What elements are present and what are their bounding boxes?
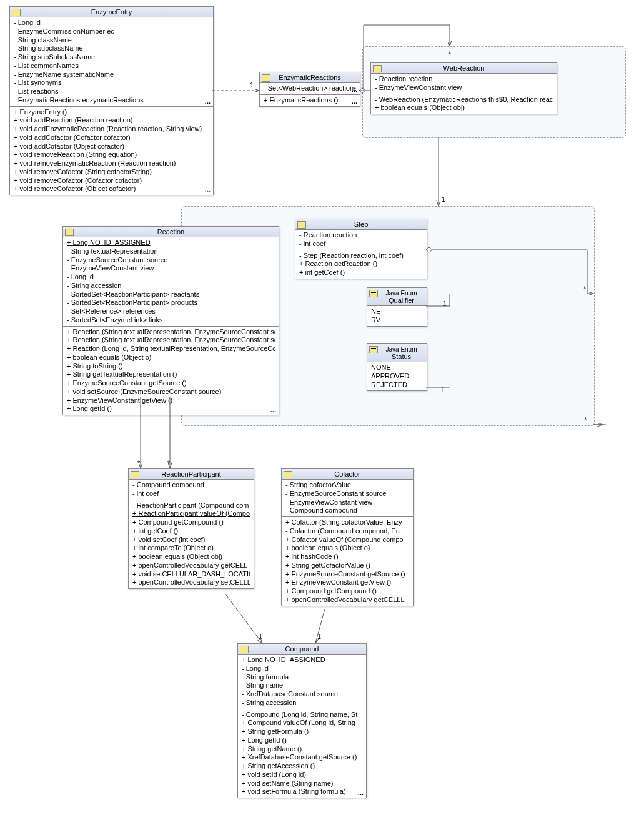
class-cofactor[interactable]: Cofactor - String cofactorValue - Enzyme… — [281, 468, 414, 606]
mult-label: 1 — [250, 81, 254, 89]
class-name: EnzymaticReactions — [279, 74, 341, 81]
class-icon — [65, 229, 74, 236]
ellipsis-icon: ... — [358, 789, 364, 798]
mult-label: 1 — [442, 195, 445, 203]
ops-section: + EnzymeEntry () + void addReaction (Rea… — [10, 107, 213, 195]
mult-label: * — [448, 50, 451, 57]
enum-qualifier[interactable]: ≔ Java Enum Qualifier NE RV — [367, 287, 427, 327]
enum-icon: ≔ — [369, 346, 378, 353]
class-icon — [373, 65, 382, 72]
mult-label: * — [137, 459, 140, 467]
class-compound[interactable]: Compound + Long NO_ID_ASSIGNED - Long id… — [237, 643, 367, 798]
attrs-section: - Long id - EnzymeCommissionNumber ec - … — [10, 17, 213, 107]
mult-label: 1 — [317, 633, 321, 640]
class-icon — [262, 74, 270, 82]
mult-label: 1 — [441, 386, 445, 393]
class-icon — [297, 221, 306, 229]
enum-icon: ≔ — [369, 290, 378, 297]
class-name: Status — [392, 353, 411, 360]
enum-status[interactable]: ≔ Java Enum Status NONE APPROVED REJECTE… — [367, 343, 427, 391]
class-name: EnzymeEntry — [91, 8, 132, 16]
class-name: ReactionParticipant — [161, 470, 220, 478]
class-name: Qualifier — [389, 297, 414, 304]
class-enzymeentry[interactable]: EnzymeEntry - Long id - EnzymeCommission… — [9, 6, 214, 195]
class-name: WebReaction — [443, 64, 485, 72]
mult-label: * — [584, 416, 587, 423]
ellipsis-icon: ... — [205, 97, 211, 106]
ellipsis-icon: ... — [352, 97, 357, 106]
class-name: Reaction — [157, 228, 184, 235]
mult-label: * — [583, 285, 586, 292]
class-step[interactable]: Step - Reaction reaction - int coef - St… — [295, 219, 427, 279]
ellipsis-icon: ... — [352, 86, 357, 94]
class-webreaction[interactable]: WebReaction - Reaction reaction - Enzyme… — [370, 62, 557, 114]
class-enzymaticreactions[interactable]: EnzymaticReactions - Set<WebReaction> re… — [259, 72, 360, 107]
class-icon — [12, 9, 21, 16]
ellipsis-icon: ... — [270, 406, 276, 415]
class-icon — [131, 471, 139, 478]
class-name: Step — [354, 220, 369, 228]
class-name: Compound — [285, 645, 319, 653]
mult-label: 1 — [259, 633, 262, 640]
class-icon — [284, 471, 292, 478]
ellipsis-icon: ... — [205, 186, 211, 195]
class-reactionparticipant[interactable]: ReactionParticipant - Compound compound … — [128, 468, 254, 589]
class-reaction[interactable]: Reaction + Long NO_ID_ASSIGNED - String … — [62, 226, 279, 415]
class-icon — [240, 646, 249, 653]
mult-label: * — [167, 459, 170, 467]
mult-label: 1 — [443, 300, 447, 307]
class-name: Cofactor — [334, 470, 360, 478]
